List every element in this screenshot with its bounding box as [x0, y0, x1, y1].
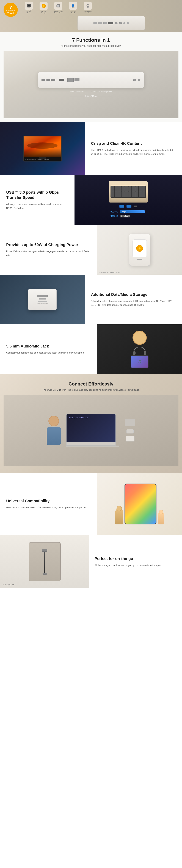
storage-image: SD™ / microSD™ [0, 275, 85, 324]
hero-banner: 7 FUNCTIONS 7-in-1 HDMI®Monitor ⚡ PD 3.0… [0, 0, 182, 32]
storage-heading: Additional Data/Media Storage [91, 292, 176, 297]
hero-icons-row: HDMI®Monitor ⚡ PD 3.0Charging Memory Car… [23, 2, 94, 14]
crisp-4k-section: *Device must support DisplayPort™ Alt Mo… [0, 122, 182, 175]
audio-image: 🎵 [97, 324, 182, 374]
hero-device-sim [77, 16, 145, 30]
hero-icon-usb-label: USB™ 3.1Gen 1 [70, 10, 76, 14]
audio-text: 3.5 mm Audio/Mic Jack Connect your headp… [0, 324, 97, 374]
4k-description: The HDMI® port allows you to mirror or e… [91, 148, 176, 156]
speed-bars: USB®3.0 5 Gbps USB®2.0 400 Mbps [111, 210, 146, 219]
connect-section: Connect Effortlessly The USB-C® Multi Po… [0, 374, 182, 473]
hero-icon-hdmi: HDMI®Monitor [23, 2, 35, 14]
connect-image-area: USB-C Multi Port Hub [4, 395, 178, 466]
4k-note: *Device must support DisplayPort™ Alt Mo… [25, 159, 49, 160]
usb3-image: USB®3.0 5 Gbps USB®2.0 400 Mbps [74, 175, 182, 225]
badge-functions-text: FUNCTIONS [6, 10, 15, 12]
badge-7in1-text: 7-in-1 [7, 12, 14, 14]
universal-text: Universal Compatibility Works with a var… [0, 473, 97, 535]
storage-description: Allows for external memory access up to … [91, 299, 176, 307]
charging-image: ⚡ *Compatible with MacBook Air 4K [97, 225, 182, 275]
card-reader-sim: SD™ / microSD™ [28, 289, 57, 310]
universal-heading: Universal Compatibility [6, 498, 91, 504]
charging-heading: Provides up to 60W of Charging Power [6, 242, 91, 247]
hero-icon-memory: Memory CardReader/Writer [52, 2, 64, 14]
usb2-label: USB®2.0 [111, 215, 118, 217]
4k-image: *Device must support DisplayPort™ Alt Mo… [0, 122, 85, 175]
svg-rect-7 [58, 5, 59, 7]
usb-ports-display [119, 205, 137, 208]
on-the-go-text: Perfect for on-the-go All the ports you … [89, 535, 182, 588]
on-the-go-description: All the ports you need, wherever you go,… [95, 563, 177, 567]
universal-description: Works with a variety of USB-C® enabled d… [6, 505, 91, 509]
functions-section: 7 Functions in 1 All the connections you… [0, 32, 182, 122]
tv-simulation: *Device must support DisplayPort™ Alt Mo… [23, 136, 62, 161]
dimensions-label: 6.69 in / 17 cm [85, 95, 97, 97]
svg-point-10 [87, 4, 89, 7]
4k-heading: Crisp and Clear 4K Content [91, 141, 176, 146]
audio-heading: 3.5 mm Audio/Mic Jack [6, 344, 91, 349]
charging-text: Provides up to 60W of Charging Power Pow… [0, 225, 97, 275]
cable-illustration: ↑↓ [42, 549, 47, 575]
functions-image-area: SD™ / microSD™ Combo Audio Mic / Speaker… [4, 51, 178, 118]
usb2-speed: 400 Mbps [121, 215, 128, 217]
functions-badge: 7 FUNCTIONS 7-in-1 [4, 3, 18, 17]
hero-icon-memory-label: Memory CardReader/Writer [54, 10, 63, 14]
connect-subtitle: The USB-C® Multi Port Hub is plug-and-pl… [42, 389, 140, 391]
svg-rect-1 [28, 7, 30, 7]
svg-rect-6 [57, 5, 58, 7]
hero-icon-audio-label: Mic/SpeakerCombo [84, 10, 92, 14]
usb3-description: Allows you to connect an external keyboa… [6, 203, 68, 210]
svg-text:⚡: ⚡ [137, 246, 142, 251]
4k-text: Crisp and Clear 4K Content The HDMI® por… [85, 122, 182, 175]
svg-rect-2 [28, 5, 30, 6]
devices-sim [115, 484, 164, 524]
functions-subtitle: All the connections you need for maximum… [4, 44, 178, 47]
svg-text:⚡: ⚡ [42, 4, 45, 7]
usb3-label: USB®3.0 [111, 211, 118, 213]
charging-note: *Compatible with MacBook Air 4K [99, 272, 120, 273]
hero-icon-pd: ⚡ PD 3.0Charging [38, 2, 49, 14]
svg-text:Gbps: Gbps [71, 7, 74, 8]
combo-label: Combo Audio Mic / Speaker [90, 91, 112, 93]
charging-section: ⚡ *Compatible with MacBook Air 4K Provid… [0, 225, 182, 275]
cable-section: ↑↓ 0.39 in / 1 cm [0, 535, 89, 588]
hero-icon-audio: Mic/SpeakerCombo [82, 2, 94, 14]
device-main [38, 72, 144, 88]
storage-section: SD™ / microSD™ Additional Data/Media Sto… [0, 275, 182, 324]
on-the-go-heading: Perfect for on-the-go [95, 556, 177, 561]
charging-description: Power Delivery 3.0 allows you to fast ch… [6, 249, 91, 257]
on-the-go-section: ↑↓ 0.39 in / 1 cm Perfect for on-the-go … [0, 535, 182, 588]
usb3-text: USB™ 3.0 ports with 5 Gbps Transfer Spee… [0, 175, 74, 225]
audio-person-sim: 🎵 [131, 331, 148, 368]
storage-text: Additional Data/Media Storage Allows for… [85, 275, 182, 324]
headphones-sim [134, 347, 146, 354]
hero-icon-pd-label: PD 3.0Charging [41, 10, 46, 14]
audio-description: Connect your headphones or a speaker and… [6, 351, 91, 355]
universal-image [97, 473, 182, 535]
hero-icon-hdmi-label: HDMI®Monitor [27, 10, 31, 14]
connect-title: Connect Effortlessly [69, 381, 113, 387]
carry-pouch: ↑↓ [29, 542, 61, 581]
sdcard-label: SD™ / microSD™ [70, 91, 85, 93]
charger-simulation: ⚡ [129, 234, 150, 266]
audio-section: 🎵 3.5 mm Audio/Mic Jack Connect your hea… [0, 324, 182, 374]
keyboard-sim [109, 181, 148, 203]
badge-number: 7 [9, 5, 12, 10]
measurement-label: 0.39 in / 1 cm [3, 584, 14, 586]
universal-section: Universal Compatibility Works with a var… [0, 473, 182, 535]
functions-title: 7 Functions in 1 [4, 37, 178, 43]
usb3-heading: USB™ 3.0 ports with 5 Gbps Transfer Spee… [6, 190, 68, 200]
hero-icon-usb: 5Gbps USB™ 3.1Gen 1 [67, 2, 79, 14]
usb3-section: USB™ 3.0 ports with 5 Gbps Transfer Spee… [0, 175, 182, 225]
usb3-speed: 5 Gbps [121, 211, 126, 213]
